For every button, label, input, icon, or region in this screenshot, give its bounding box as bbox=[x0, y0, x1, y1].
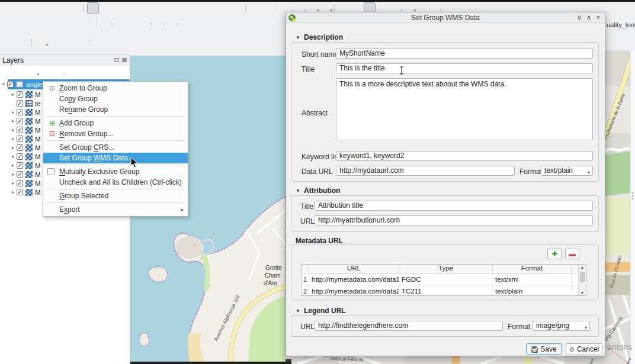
add-row-button[interactable]: ✚ bbox=[547, 249, 562, 259]
data-url-input[interactable]: http://mydataurl.com bbox=[336, 166, 515, 176]
layer-expander-icon[interactable]: ▸ bbox=[9, 136, 17, 141]
cell-url[interactable]: http://mymetadata.com/data2 bbox=[309, 286, 399, 296]
pan-to-selection-icon[interactable] bbox=[100, 2, 112, 14]
new-spatialite-layer-icon[interactable] bbox=[17, 16, 28, 28]
zoom-to-layer-icon[interactable] bbox=[165, 2, 177, 14]
layer-checkbox[interactable]: ✓ bbox=[17, 136, 23, 142]
menu-item-add-group[interactable]: ⊞ Add Group ▸ bbox=[43, 118, 188, 128]
cut-features-icon[interactable] bbox=[204, 16, 216, 28]
modify-attributes-icon[interactable] bbox=[178, 16, 190, 28]
zoom-last-icon[interactable] bbox=[191, 2, 203, 14]
pan-map-icon[interactable] bbox=[87, 2, 99, 14]
open-layer-styling-icon[interactable] bbox=[1, 67, 12, 78]
remove-layer-icon[interactable] bbox=[92, 67, 103, 78]
table-scrollbar[interactable]: ▲ ▼ bbox=[578, 265, 586, 295]
zoom-to-selection-icon[interactable] bbox=[152, 2, 164, 14]
layer-checkbox[interactable]: ✓ bbox=[17, 91, 23, 98]
new-raster-layer-icon[interactable] bbox=[69, 16, 81, 28]
layer-checkbox[interactable]: ✓ bbox=[17, 144, 23, 151]
collapse-arrow-icon[interactable]: ▼ bbox=[296, 188, 300, 194]
menu-item-set-group-crs[interactable]: Set Group CRS... ▸ bbox=[43, 142, 188, 153]
column-header-url[interactable]: URL bbox=[309, 265, 399, 273]
layer-expander-icon[interactable]: ▸ bbox=[9, 154, 17, 159]
data-url-format-select[interactable]: text/plain bbox=[541, 166, 593, 176]
menu-item-zoom-to-group[interactable]: ⊙ Zoom to Group ▸ bbox=[43, 83, 188, 94]
new-virtual-layer-icon[interactable] bbox=[82, 16, 94, 28]
zoom-out-icon[interactable] bbox=[126, 2, 138, 14]
pin-labels-icon[interactable] bbox=[35, 37, 47, 49]
layer-expander-icon[interactable]: ▸ bbox=[9, 172, 17, 177]
keyword-list-input[interactable]: keyword1, keyword2 bbox=[336, 151, 593, 161]
new-bookmark-icon[interactable] bbox=[217, 2, 229, 14]
layers-panel-close-button[interactable]: ⊠ bbox=[121, 56, 128, 64]
attribution-title-input[interactable]: Attribution title bbox=[315, 201, 593, 211]
group-expander-icon[interactable]: ▾ bbox=[0, 82, 7, 87]
menu-item-rename-group[interactable]: Rename Group ▸ bbox=[43, 104, 188, 115]
metadata-table[interactable]: URL Type Format 1 http://mymetadata.com/… bbox=[301, 264, 586, 296]
layer-checkbox[interactable]: ✓ bbox=[17, 109, 23, 115]
title-input[interactable]: This is the title bbox=[336, 63, 593, 73]
layer-expander-icon[interactable]: ▸ bbox=[9, 145, 17, 150]
metadata-row[interactable]: 2 http://mymetadata.com/data2 TC211 text… bbox=[302, 286, 586, 296]
toggle-editing-icon[interactable] bbox=[113, 16, 125, 28]
digitize-icon[interactable] bbox=[139, 16, 151, 28]
highlight-labels-icon[interactable] bbox=[48, 37, 60, 49]
dialog-restore-button[interactable]: ∧ bbox=[585, 14, 593, 21]
menu-item-remove-group[interactable]: ⊟ Remove Group... ▸ bbox=[43, 128, 188, 139]
layer-expander-icon[interactable]: ▸ bbox=[9, 181, 17, 186]
curved-label-icon[interactable] bbox=[74, 37, 86, 49]
vertex-tool-icon[interactable] bbox=[165, 16, 177, 28]
cell-url[interactable]: http://mymetadata.com/data1 bbox=[309, 274, 399, 285]
scroll-up-icon[interactable]: ▲ bbox=[579, 265, 586, 269]
menu-item-export[interactable]: Export ▸ bbox=[43, 204, 188, 215]
column-header-type[interactable]: Type bbox=[399, 265, 493, 273]
collapse-arrow-icon[interactable]: ▼ bbox=[296, 308, 300, 314]
expand-all-icon[interactable] bbox=[66, 67, 77, 78]
add-group-icon[interactable] bbox=[14, 67, 25, 78]
save-layer-edits-icon[interactable] bbox=[126, 16, 138, 28]
refresh-map-icon[interactable] bbox=[262, 2, 274, 14]
dialog-titlebar[interactable]: Set Group WMS Data ∨ ∧ × bbox=[286, 12, 605, 23]
menu-item-set-group-wms-data[interactable]: Set Group WMS Data... ▸ bbox=[43, 153, 188, 163]
layer-checkbox[interactable]: ✓ bbox=[17, 153, 23, 160]
layer-expander-icon[interactable]: ▸ bbox=[9, 118, 17, 124]
cell-type[interactable]: TC211 bbox=[399, 286, 493, 296]
description-section-header[interactable]: Description bbox=[304, 33, 343, 41]
new-vector-layer-icon[interactable] bbox=[30, 16, 41, 28]
collapse-arrow-icon[interactable]: ▼ bbox=[296, 35, 300, 40]
dialog-close-button[interactable]: × bbox=[594, 14, 602, 21]
show-bookmarks-icon[interactable] bbox=[230, 2, 242, 14]
layer-checkbox[interactable]: ✓ bbox=[17, 189, 23, 195]
collapse-all-icon[interactable] bbox=[79, 67, 90, 78]
layer-checkbox[interactable]: ✓ bbox=[17, 180, 23, 186]
layer-checkbox[interactable]: ✓ bbox=[17, 100, 23, 107]
layer-checkbox[interactable]: ✓ bbox=[17, 171, 23, 178]
save-project-icon[interactable] bbox=[30, 2, 41, 14]
label-vertex-icon[interactable] bbox=[61, 37, 73, 49]
cell-format[interactable]: text/xml bbox=[493, 274, 572, 285]
layer-expander-icon[interactable]: ▸ bbox=[9, 109, 17, 115]
temporal-controller-icon[interactable] bbox=[249, 2, 261, 14]
metasearch-icon[interactable] bbox=[92, 37, 104, 49]
column-header-format[interactable]: Format bbox=[493, 265, 572, 273]
layer-checkbox[interactable]: ✓ bbox=[17, 162, 23, 169]
new-geopackage-layer-icon[interactable] bbox=[4, 16, 15, 28]
move-label-icon[interactable] bbox=[4, 37, 15, 49]
scrollbar-thumb[interactable] bbox=[580, 272, 585, 282]
layer-checkbox[interactable]: ✓ bbox=[17, 118, 23, 124]
attribution-section-header[interactable]: Attribution bbox=[304, 186, 340, 195]
zoom-in-icon[interactable] bbox=[113, 2, 125, 14]
cancel-button[interactable]: ⊘ Cancel bbox=[566, 343, 602, 355]
new-project-icon[interactable] bbox=[4, 2, 15, 14]
manage-map-themes-icon[interactable] bbox=[27, 67, 38, 78]
legend-url-input[interactable]: http://findthelegendhere.com bbox=[315, 321, 503, 331]
save-button[interactable]: Save bbox=[526, 343, 562, 355]
filter-by-expression-icon[interactable] bbox=[53, 67, 64, 78]
open-project-icon[interactable] bbox=[17, 2, 28, 14]
legend-url-section-header[interactable]: Legend URL bbox=[304, 307, 346, 315]
layout-manager-icon[interactable] bbox=[56, 2, 68, 14]
layer-checkbox[interactable]: ✓ bbox=[17, 127, 23, 133]
layer-expander-icon[interactable]: ▸ bbox=[9, 127, 17, 133]
metadata-row[interactable]: 1 http://mymetadata.com/data1 FGDC text/… bbox=[302, 274, 586, 286]
scroll-down-icon[interactable]: ▼ bbox=[579, 291, 586, 295]
